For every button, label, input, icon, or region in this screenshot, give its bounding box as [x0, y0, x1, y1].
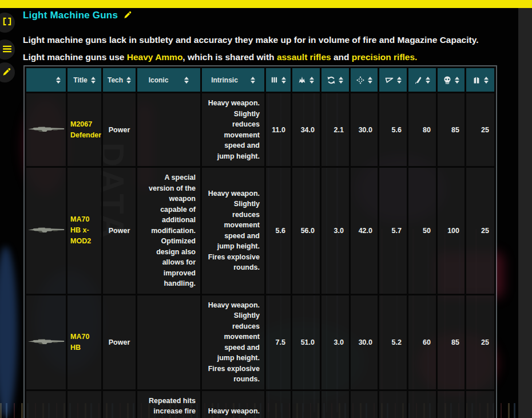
sort-icon: [484, 77, 489, 84]
weapon-image-cell[interactable]: [26, 390, 67, 418]
stat-cell: 5.2: [379, 294, 408, 390]
weapon-image-cell[interactable]: [26, 167, 67, 295]
stat-cell: 50: [408, 167, 437, 295]
stat-cell: 34.0: [292, 390, 321, 418]
iconic-cell: [137, 93, 201, 167]
col-header-damage[interactable]: [292, 68, 321, 93]
stat-cell: 30.0: [350, 93, 379, 167]
col-header-tech[interactable]: Tech: [102, 68, 137, 93]
col-header-intrinsic[interactable]: Intrinsic: [201, 68, 265, 93]
col-header-image[interactable]: [26, 68, 67, 93]
stat-cell: 85: [437, 93, 466, 167]
stat-cell: 34.0: [292, 93, 321, 167]
table-row: M2067 Defender Power Heavy weapon. Sligh…: [26, 93, 495, 167]
sort-icon: [281, 77, 286, 84]
sort-icon: [339, 77, 343, 84]
precision-rifles-link[interactable]: precision rifles: [352, 52, 415, 62]
intrinsic-cell: Heavy weapon. Slightly reduces movement …: [201, 93, 265, 167]
stat-cell: 5.6: [265, 167, 292, 295]
sort-icon: [397, 77, 402, 84]
table-row: MA70 HB x-MOD2 Power A special version o…: [26, 167, 495, 295]
magazine-capacity-icon: [473, 76, 481, 84]
title-cell: MA70 HB: [67, 294, 102, 390]
weapon-link[interactable]: MA70 HB: [70, 333, 89, 352]
sort-icon: [56, 77, 61, 84]
weapon-link[interactable]: MA70 HB x-MOD2: [70, 215, 91, 245]
intro-line-2: Light machine guns use Heavy Ammo, which…: [23, 49, 516, 66]
title-cell: MA70 HB x-MOD2: [67, 167, 102, 295]
col-header-title[interactable]: Title: [67, 68, 102, 93]
sort-icon: [368, 77, 372, 84]
col-header-handling[interactable]: [379, 68, 408, 93]
intrinsic-cell: Heavy weapon. Slightly reduces movement …: [201, 390, 265, 418]
effective-range-icon: [356, 76, 364, 84]
intro-line-1: Light machine guns lack in subtlety and …: [23, 31, 516, 49]
stat-cell: 30.0: [350, 390, 379, 418]
col-header-attacks-per-second[interactable]: [265, 68, 292, 93]
stat-cell: 80: [408, 93, 437, 167]
weapons-table: Title Tech Iconic Intrinsic M2067 Defend…: [23, 65, 497, 418]
col-header-headshot-multiplier[interactable]: [437, 68, 466, 93]
table-row: Wild Dog Power Repeated hits increase fi…: [26, 390, 495, 418]
window-edge-strip: [518, 8, 532, 418]
col-header-penetration[interactable]: [408, 68, 437, 93]
iconic-cell: [137, 294, 201, 390]
col-header-reload-speed[interactable]: [321, 68, 350, 93]
title-cell: Wild Dog: [67, 390, 102, 418]
headshot-multiplier-icon: [443, 76, 451, 84]
weapon-link[interactable]: M2067 Defender: [70, 120, 101, 139]
stat-cell: 25: [466, 294, 495, 390]
edit-page-icon[interactable]: [124, 10, 132, 21]
stat-cell: 13.0: [265, 390, 292, 418]
stat-cell: 100: [437, 167, 466, 295]
sort-icon: [91, 77, 96, 84]
stat-cell: 85: [437, 294, 466, 390]
assault-rifles-link[interactable]: assault rifles: [277, 52, 331, 62]
iconic-cell: Repeated hits increase fire rate and Cri…: [137, 390, 201, 418]
stat-cell: 56.0: [292, 167, 321, 295]
stat-cell: 25: [466, 390, 495, 418]
stat-cell: 150: [408, 390, 437, 418]
col-header-effective-range[interactable]: [350, 68, 379, 93]
stat-cell: 25: [466, 93, 495, 167]
tech-cell: Power: [102, 93, 137, 167]
stat-cell: 30.0: [350, 294, 379, 390]
handling-icon: [385, 76, 394, 84]
heavy-ammo-link[interactable]: Heavy Ammo: [127, 52, 183, 62]
col-header-iconic[interactable]: Iconic: [137, 68, 201, 93]
attacks-per-second-icon: [271, 76, 278, 84]
stat-cell: 5.4: [379, 390, 408, 418]
table-row: MA70 HB Power Heavy weapon. Slightly red…: [26, 294, 495, 390]
weapon-image-cell[interactable]: [26, 93, 67, 167]
stat-cell: 25: [466, 167, 495, 295]
tech-cell: Power: [102, 390, 137, 418]
weapon-thumbnail: [27, 224, 65, 235]
title-cell: M2067 Defender: [67, 93, 102, 167]
stat-cell: 85: [437, 390, 466, 418]
intro-text: Light machine guns lack in subtlety and …: [23, 31, 516, 66]
stat-cell: 2.1: [321, 93, 350, 167]
sort-icon: [251, 77, 255, 84]
weapon-thumbnail: [27, 336, 65, 347]
stat-cell: 3.0: [321, 294, 350, 390]
col-header-magazine-capacity[interactable]: [466, 68, 495, 93]
stat-cell: 11.0: [265, 93, 292, 167]
weapon-image-cell[interactable]: [26, 294, 67, 390]
intrinsic-cell: Heavy weapon. Slightly reduces movement …: [201, 167, 265, 295]
table-header-row: Title Tech Iconic Intrinsic: [26, 68, 495, 93]
tech-cell: Power: [102, 167, 137, 295]
menu-icon: [0, 45, 11, 55]
page-title: Light Machine Guns: [23, 10, 118, 21]
focus-frame-icon: [0, 17, 11, 28]
stat-cell: 7.5: [265, 294, 292, 390]
sort-icon: [184, 77, 189, 84]
stat-cell: 2.7: [321, 390, 350, 418]
sort-icon: [309, 77, 314, 84]
stat-cell: 5.7: [379, 167, 408, 295]
pencil-icon: [0, 67, 11, 78]
iconic-cell: A special version of the weapon capable …: [137, 167, 201, 295]
top-accent-bar: [0, 0, 532, 8]
damage-icon: [298, 76, 306, 84]
stat-cell: 3.0: [321, 167, 350, 295]
stat-cell: 5.6: [379, 93, 408, 167]
